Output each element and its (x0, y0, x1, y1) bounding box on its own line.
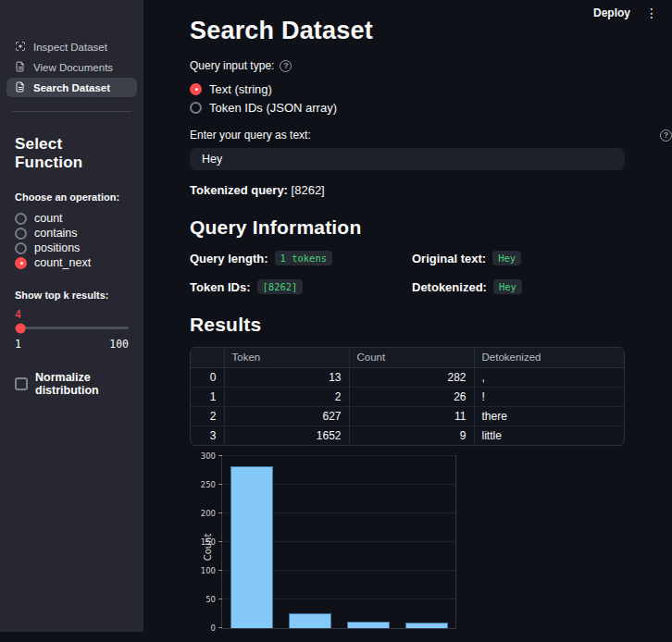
query-length-value: 1 tokens (275, 251, 333, 265)
table-cell[interactable]: 282 (349, 367, 474, 387)
bar (230, 466, 273, 628)
x-tick-label: ! (305, 633, 314, 642)
radio-circle-checked[interactable] (190, 83, 202, 95)
table-cell[interactable]: 627 (224, 406, 349, 426)
table-cell[interactable]: ! (474, 387, 624, 406)
results-table[interactable]: Token Count Detokenized 013282,1226!2627… (190, 347, 625, 446)
document-icon (15, 81, 26, 94)
x-tick-label: there (365, 633, 373, 642)
sidebar-item-search-dataset[interactable]: Search Dataset (6, 78, 137, 97)
row-index-cell[interactable]: 0 (191, 367, 224, 387)
query-text-input[interactable] (190, 148, 625, 170)
sidebar-divider (12, 111, 131, 112)
page-title: Search Dataset (190, 17, 672, 45)
table-row[interactable]: 316529little (191, 426, 624, 445)
table-cell[interactable]: little (474, 426, 624, 445)
table-body: 013282,1226!262711there316529little (191, 367, 624, 445)
normalize-label: Normalize distribution (35, 371, 129, 397)
bar (289, 613, 331, 628)
radio-circle-checked[interactable] (15, 257, 27, 269)
table-cell[interactable]: 2 (224, 387, 349, 406)
col-header-detokenized[interactable]: Detokenized (474, 348, 624, 367)
query-information-heading: Query Information (190, 216, 672, 239)
radio-contains[interactable]: contains (15, 226, 129, 241)
document-icon (15, 61, 26, 74)
y-tick-label: 250 (201, 480, 216, 489)
y-tick-label: 100 (201, 566, 216, 575)
detokenized-field: Detokenized: Hey (412, 279, 625, 294)
normalize-checkbox[interactable] (15, 377, 28, 390)
query-text-label: Enter your query as text: (190, 129, 311, 142)
original-text-value: Hey (492, 251, 521, 265)
token-ids-value: [8262] (257, 279, 304, 294)
query-text-label-row: Enter your query as text: ? (190, 129, 672, 142)
table-row[interactable]: 013282, (191, 367, 624, 387)
normalize-checkbox-row[interactable]: Normalize distribution (15, 371, 129, 397)
radio-circle[interactable] (15, 242, 27, 254)
table-cell[interactable]: there (474, 406, 624, 426)
table-cell[interactable]: 13 (224, 367, 349, 387)
table-row[interactable]: 1226! (191, 387, 624, 406)
tokenized-query-label: Tokenized query: (190, 183, 288, 197)
sidebar-item-inspect-dataset[interactable]: Inspect Dataset (6, 37, 137, 56)
topk-slider: 4 1 100 (15, 308, 129, 351)
col-header-count[interactable]: Count (349, 348, 474, 367)
y-tick-label: 50 (205, 595, 216, 604)
query-input-type-label: Query input type: (190, 59, 274, 72)
chart-x-tick-labels: , ! there little (221, 633, 456, 642)
radio-count-next[interactable]: count_next (15, 255, 129, 270)
main-content: Search Dataset Query input type: ? Text … (143, 0, 672, 642)
radio-token-ids[interactable]: Token IDs (JSON array) (190, 98, 672, 117)
token-ids-field: Token IDs: [8262] (190, 279, 412, 294)
table-cell[interactable]: 11 (349, 406, 474, 426)
sidebar-item-label: Search Dataset (33, 82, 110, 93)
inspect-icon (15, 41, 26, 54)
table-cell[interactable]: 1652 (224, 426, 349, 445)
query-length-field: Query length: 1 tokens (190, 251, 412, 265)
table-cell[interactable]: 26 (349, 387, 474, 406)
x-tick-label: little (423, 633, 431, 642)
query-input-type-label-row: Query input type: ? (190, 59, 672, 72)
main-area: Deploy ⋮ Search Dataset Query input type… (143, 0, 672, 642)
row-index-cell[interactable]: 3 (191, 426, 224, 445)
x-tick-label: , (247, 633, 255, 642)
y-tick-label: 0 (211, 623, 216, 633)
results-heading: Results (190, 314, 672, 336)
slider-max-label: 100 (109, 338, 129, 351)
tokenized-query-value: [8262] (292, 183, 325, 197)
sidebar-item-view-documents[interactable]: View Documents (6, 57, 137, 77)
slider-track[interactable] (15, 327, 129, 329)
query-input-type-radio-group: Text (string) Token IDs (JSON array) (190, 80, 672, 117)
detokenized-value: Hey (493, 279, 522, 294)
y-tick-label: 300 (201, 451, 216, 461)
table-row[interactable]: 262711there (191, 406, 624, 426)
radio-circle[interactable] (190, 102, 202, 114)
slider-current-value: 4 (15, 308, 129, 321)
table-cell[interactable]: , (474, 367, 624, 387)
table-cell[interactable]: 9 (349, 426, 474, 445)
sidebar-nav: Inspect Dataset View Documents (6, 37, 137, 97)
row-index-cell[interactable]: 1 (191, 387, 224, 406)
radio-circle[interactable] (15, 213, 27, 225)
row-index-cell[interactable]: 2 (191, 406, 224, 426)
col-header-token[interactable]: Token (224, 348, 349, 367)
sidebar-item-label: Inspect Dataset (33, 42, 107, 53)
chart-bars (222, 456, 455, 628)
select-function-heading: Select Function (15, 135, 129, 172)
app-window: Inspect Dataset View Documents (0, 0, 672, 642)
radio-positions[interactable]: positions (15, 241, 129, 255)
slider-min-label: 1 (15, 338, 21, 351)
tokenized-query-line: Tokenized query: [8262] (190, 183, 672, 197)
radio-text-string[interactable]: Text (string) (190, 80, 672, 98)
operation-radio-group: count contains positions count_next (15, 211, 129, 270)
sidebar-item-label: View Documents (33, 62, 113, 73)
count-bar-chart: Count 050100150200250300 , ! there littl… (221, 455, 499, 642)
operation-label: Choose an operation: (15, 191, 129, 203)
help-icon: ? (660, 130, 672, 142)
y-tick-label: 200 (201, 509, 216, 518)
radio-count[interactable]: count (15, 211, 129, 226)
radio-circle[interactable] (15, 228, 27, 240)
sidebar: Inspect Dataset View Documents (0, 0, 143, 632)
slider-thumb[interactable] (15, 323, 25, 333)
col-header-index[interactable] (191, 348, 224, 367)
